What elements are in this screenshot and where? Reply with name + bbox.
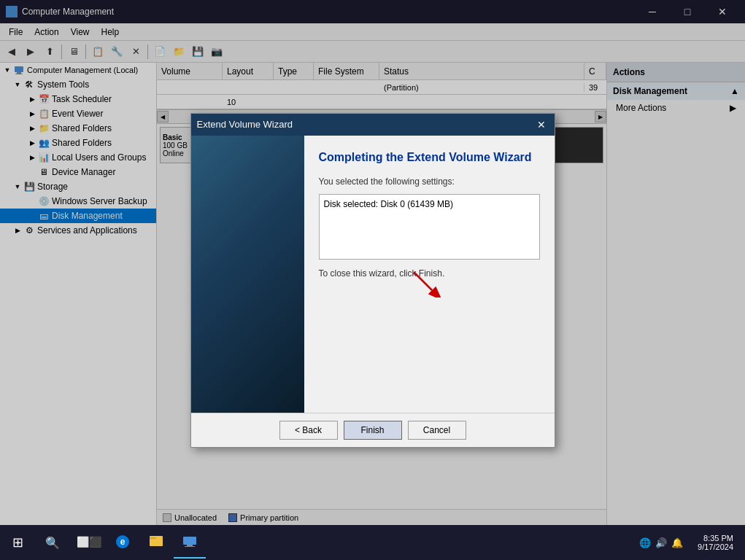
taskbar: ⊞ 🔍 ⬜⬛ e 🌐 🔊 🔔: [0, 525, 745, 560]
taskbar-time: 8:35 PM: [698, 534, 733, 542]
taskbar-date: 9/17/2024: [698, 542, 733, 551]
svg-rect-12: [183, 537, 196, 545]
modal-body: Completing the Extend Volume Wizard You …: [191, 136, 555, 413]
back-button[interactable]: < Back: [279, 421, 338, 440]
finish-button[interactable]: Finish: [344, 421, 402, 440]
taskbar-app-edge[interactable]: e: [107, 526, 139, 559]
taskbar-apps: ⬜⬛ e: [73, 526, 206, 559]
modal-description: You selected the following settings:: [319, 176, 540, 187]
notif-icon[interactable]: 🔔: [671, 537, 683, 548]
modal-title: Extend Volume Wizard: [197, 119, 534, 130]
network-icon: 🌐: [639, 537, 651, 548]
svg-line-7: [414, 272, 432, 290]
modal-footer: < Back Finish Cancel: [191, 413, 555, 447]
modal-summary-text: Disk selected: Disk 0 (61439 MB): [324, 199, 453, 209]
svg-text:e: e: [120, 537, 126, 547]
modal-summary-box: Disk selected: Disk 0 (61439 MB): [319, 194, 540, 260]
svg-rect-14: [185, 546, 195, 547]
extend-volume-wizard: Extend Volume Wizard ✕ Completing the Ex…: [190, 113, 555, 448]
modal-left-panel: [191, 136, 304, 413]
taskbar-search[interactable]: 🔍: [35, 525, 70, 560]
taskbar-app-computer-mgmt[interactable]: [174, 526, 206, 559]
sound-icon: 🔊: [655, 537, 667, 548]
svg-rect-11: [150, 537, 156, 539]
taskbar-sys-icons: 🌐 🔊 🔔: [633, 534, 689, 551]
modal-right-panel: Completing the Extend Volume Wizard You …: [304, 136, 555, 413]
taskbar-clock[interactable]: 8:35 PM 9/17/2024: [692, 531, 739, 554]
modal-heading: Completing the Extend Volume Wizard: [319, 150, 540, 166]
modal-close-btn[interactable]: ✕: [534, 117, 549, 132]
taskbar-app-explorer[interactable]: [140, 526, 172, 559]
start-button[interactable]: ⊞: [0, 525, 35, 560]
svg-rect-13: [187, 545, 193, 546]
cancel-button[interactable]: Cancel: [408, 421, 466, 440]
modal-title-bar: Extend Volume Wizard ✕: [191, 114, 555, 136]
taskbar-right: 🌐 🔊 🔔 8:35 PM 9/17/2024: [633, 531, 745, 554]
taskbar-app-taskview[interactable]: ⬜⬛: [73, 526, 105, 559]
arrow-svg: [406, 268, 443, 298]
modal-overlay: Extend Volume Wizard ✕ Completing the Ex…: [0, 0, 745, 560]
